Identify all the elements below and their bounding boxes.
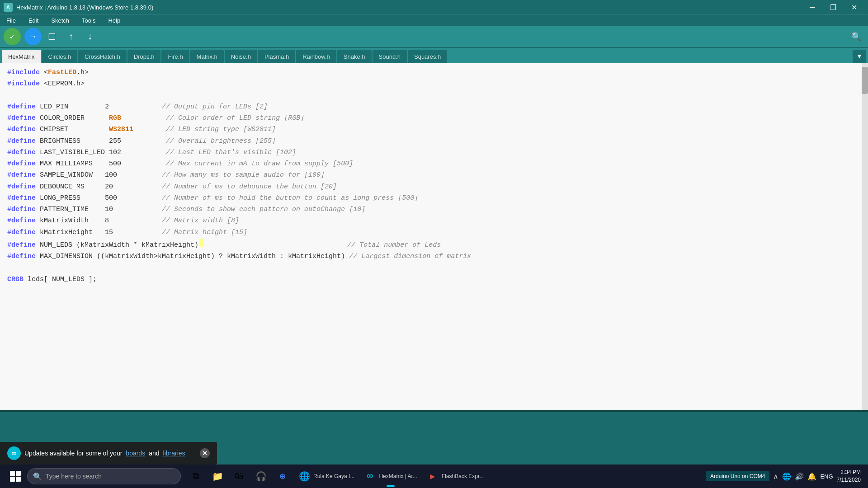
- update-message-middle: and: [149, 450, 159, 457]
- menubar: File Edit Sketch Tools Help: [0, 14, 868, 26]
- code-line-15: #define kMatrixHeight 15 // Matrix heigh…: [0, 227, 868, 238]
- menu-tools[interactable]: Tools: [79, 16, 98, 25]
- verify-button[interactable]: ✓: [4, 28, 21, 45]
- file-explorer-icon: 📁: [211, 470, 224, 483]
- code-line-4: #define LED_PIN 2 // Output pin for LEDs…: [0, 101, 868, 113]
- menu-help[interactable]: Help: [105, 16, 123, 25]
- tab-sound[interactable]: Sound.h: [373, 50, 407, 63]
- search-icon: 🔍: [33, 472, 42, 481]
- headset-icon: 🎧: [255, 470, 267, 483]
- new-button[interactable]: □: [43, 28, 61, 45]
- libraries-link[interactable]: libraries: [163, 450, 185, 457]
- taskbar-file-explorer[interactable]: 📁: [207, 465, 228, 488]
- code-line-blank-1: [0, 90, 868, 101]
- clock[interactable]: 2:34 PM 7/11/2020: [837, 469, 861, 484]
- taskbar-chrome[interactable]: ⊕: [272, 465, 293, 488]
- speaker-icon[interactable]: 🔊: [795, 472, 804, 481]
- notification-icon[interactable]: 🔔: [807, 472, 816, 481]
- arduino-status: Arduino Uno on COM4: [706, 471, 769, 481]
- tab-hexmatrix[interactable]: HexMatrix: [2, 50, 41, 63]
- taskbar: 🔍 Type here to search ⧉ 📁 🛍 🎧 ⊕ 🌐 Rula K…: [0, 465, 868, 488]
- start-button[interactable]: [4, 465, 27, 488]
- windows-icon: [10, 471, 21, 482]
- network-icon[interactable]: 🌐: [782, 472, 791, 481]
- maximize-button[interactable]: ❐: [823, 0, 844, 14]
- code-content: #include <FastLED.h> #include <EEPROM.h>…: [0, 63, 868, 289]
- tab-matrix[interactable]: Matrix.h: [190, 50, 224, 63]
- date-display: 7/11/2020: [837, 476, 861, 484]
- code-line-6: #define CHIPSET WS2811 // LED string typ…: [0, 124, 868, 135]
- code-editor[interactable]: #include <FastLED.h> #include <EEPROM.h>…: [0, 63, 868, 410]
- tab-fire[interactable]: Fire.h: [161, 50, 189, 63]
- taskbar-separator-1: [183, 468, 183, 484]
- menu-edit[interactable]: Edit: [26, 16, 41, 25]
- taskbar-search[interactable]: 🔍 Type here to search: [27, 468, 181, 484]
- tab-circles[interactable]: Circles.h: [42, 50, 78, 63]
- taskbar-headset[interactable]: 🎧: [250, 465, 272, 488]
- close-button[interactable]: ✕: [844, 0, 864, 14]
- minimize-button[interactable]: ─: [802, 0, 823, 14]
- tab-rainbow[interactable]: Rainbow.h: [296, 50, 336, 63]
- code-line-13: #define PATTERN_TIME 10 // Seconds to sh…: [0, 204, 868, 215]
- arduino-icon: ∞: [363, 470, 376, 483]
- store-icon: 🛍: [233, 470, 245, 483]
- browser-window-label: Rula Ke Gaya I...: [313, 473, 354, 479]
- tray-expand-icon[interactable]: ∧: [773, 472, 778, 481]
- taskbar-store[interactable]: 🛍: [228, 465, 250, 488]
- tab-crosshatch[interactable]: CrossHatch.h: [78, 50, 127, 63]
- chrome-icon: ⊕: [276, 470, 289, 483]
- code-line-10: #define SAMPLE_WINDOW 100 // How many ms…: [0, 169, 868, 181]
- tab-plasma[interactable]: Plasma.h: [258, 50, 295, 63]
- app-icon: A: [4, 3, 13, 12]
- taskbar-flashback[interactable]: ▶ FlashBack Expr...: [422, 465, 488, 488]
- toolbar: ✓ → □ ↑ ↓ 🔍: [0, 26, 868, 48]
- open-button[interactable]: ↑: [62, 28, 80, 45]
- code-line-17: #define MAX_DIMENSION ((kMatrixWidth>kMa…: [0, 251, 868, 262]
- arduino-window-label: HexMatrix | Ar...: [379, 473, 417, 479]
- titlebar-left: A HexMatrix | Arduino 1.8.13 (Windows St…: [4, 3, 153, 12]
- search-placeholder: Type here to search: [46, 473, 102, 480]
- code-line-blank-2: [0, 262, 868, 273]
- save-button[interactable]: ↓: [81, 28, 99, 45]
- tab-overflow-button[interactable]: ▼: [853, 50, 866, 63]
- code-line-11: #define DEBOUNCE_MS 20 // Number of ms t…: [0, 181, 868, 192]
- toolbar-search-button[interactable]: 🔍: [848, 28, 864, 45]
- code-line-1: #include <FastLED.h>: [0, 67, 868, 78]
- code-line-16: #define NUM_LEDS (kMatrixWidth * kMatrix…: [0, 238, 868, 251]
- code-line-19: CRGB leds[ NUM_LEDS ];: [0, 274, 868, 285]
- boards-link[interactable]: boards: [126, 450, 145, 457]
- update-message-prefix: Updates available for some of your: [24, 450, 122, 457]
- code-line-7: #define BRIGHTNESS 255 // Overall bright…: [0, 136, 868, 147]
- system-tray: ∧ 🌐 🔊 🔔: [773, 472, 816, 481]
- titlebar-controls: ─ ❐ ✕: [802, 0, 864, 14]
- tab-snake[interactable]: Snake.h: [337, 50, 372, 63]
- scrollbar-thumb[interactable]: [862, 67, 868, 94]
- titlebar: A HexMatrix | Arduino 1.8.13 (Windows St…: [0, 0, 868, 14]
- taskbar-arduino-app[interactable]: ∞ HexMatrix | Ar...: [359, 465, 421, 488]
- update-close-button[interactable]: ✕: [200, 448, 210, 458]
- upload-button[interactable]: →: [24, 28, 42, 45]
- code-line-12: #define LONG_PRESS 500 // Number of ms t…: [0, 192, 868, 204]
- taskbar-browser-window[interactable]: 🌐 Rula Ke Gaya I...: [293, 465, 359, 488]
- code-line-8: #define LAST_VISIBLE_LED 102 // Last LED…: [0, 147, 868, 158]
- menu-sketch[interactable]: Sketch: [48, 16, 72, 25]
- taskbar-task-view[interactable]: ⧉: [185, 465, 207, 488]
- tab-noise[interactable]: Noise.h: [225, 50, 257, 63]
- code-line-2: #include <EEPROM.h>: [0, 78, 868, 89]
- vertical-scrollbar[interactable]: [862, 63, 868, 410]
- flashback-window-label: FlashBack Expr...: [442, 473, 484, 479]
- language-indicator[interactable]: ENG: [820, 473, 833, 480]
- tab-drops[interactable]: Drops.h: [127, 50, 161, 63]
- update-icon: ∞: [7, 446, 21, 460]
- tab-squares[interactable]: Squares.h: [408, 50, 447, 63]
- flashback-icon: ▶: [426, 470, 439, 483]
- code-line-9: #define MAX_MILLIAMPS 500 // Max current…: [0, 158, 868, 169]
- time-display: 2:34 PM: [837, 469, 861, 476]
- update-notification: ∞ Updates available for some of your boa…: [0, 442, 217, 465]
- menu-file[interactable]: File: [4, 16, 19, 25]
- task-view-icon: ⧉: [189, 470, 202, 483]
- taskbar-right: Arduino Uno on COM4 ∧ 🌐 🔊 🔔 ENG 2:34 PM …: [706, 469, 864, 484]
- code-line-14: #define kMatrixWidth 8 // Matrix width […: [0, 215, 868, 226]
- browser-icon: 🌐: [298, 470, 311, 483]
- window-title: HexMatrix | Arduino 1.8.13 (Windows Stor…: [16, 4, 153, 11]
